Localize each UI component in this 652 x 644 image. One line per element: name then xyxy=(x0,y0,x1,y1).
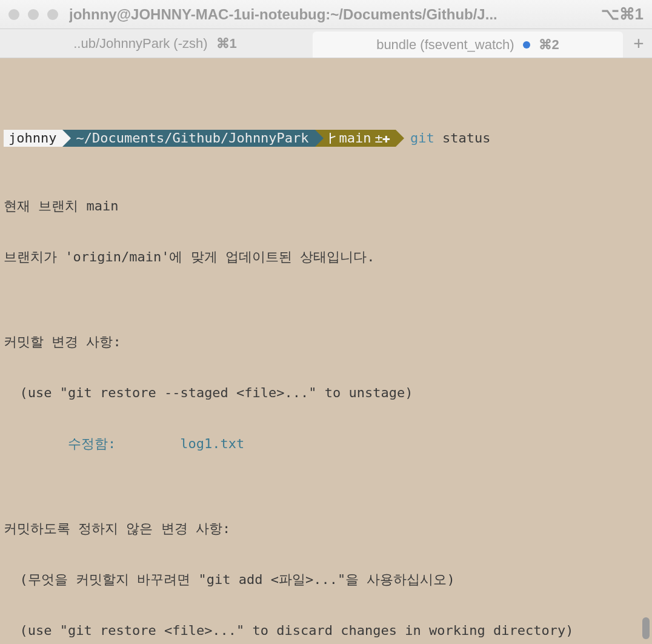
output-line: 브랜치가 'origin/main'에 맞게 업데이트된 상태입니다. xyxy=(4,249,648,266)
prompt-row: johnny ~/Documents/Github/JohnnyPark mai… xyxy=(4,130,648,147)
prompt-user: johnny xyxy=(4,130,62,147)
prompt-branch: main±✚ xyxy=(315,130,396,147)
cmd-git: git xyxy=(410,130,434,147)
tab-shortcut: ⌘1 xyxy=(216,36,237,52)
window-title: johnny@JOHNNY-MAC-1ui-noteubug:~/Documen… xyxy=(69,6,601,23)
branch-name: main xyxy=(339,130,371,147)
terminal-viewport[interactable]: johnny ~/Documents/Github/JohnnyPark mai… xyxy=(0,58,652,644)
cmd-args: status xyxy=(434,130,491,147)
staged-label: 수정함: xyxy=(4,436,132,451)
staged-file: log1.txt xyxy=(132,436,244,451)
dirty-indicator-icon xyxy=(523,41,530,49)
tab-shortcut: ⌘2 xyxy=(539,37,559,53)
output-line: 현재 브랜치 main xyxy=(4,198,648,215)
traffic-lights xyxy=(8,9,58,20)
output-line: 커밋하도록 정하지 않은 변경 사항: xyxy=(4,520,648,537)
output-line: (무엇을 커밋할지 바꾸려면 "git add <파일>..."을 사용하십시오… xyxy=(4,571,648,588)
tabbar: ..ub/JohnnyPark (-zsh) ⌘1 bundle (fseven… xyxy=(0,29,652,58)
tab-label: ..ub/JohnnyPark (-zsh) xyxy=(73,36,207,52)
minimize-icon[interactable] xyxy=(28,9,39,20)
scrollbar-thumb[interactable] xyxy=(642,617,650,639)
tab-label: bundle (fsevent_watch) xyxy=(376,37,514,53)
tab-zsh[interactable]: ..ub/JohnnyPark (-zsh) ⌘1 xyxy=(0,29,310,58)
window-shortcut: ⌥⌘1 xyxy=(601,5,644,24)
zoom-icon[interactable] xyxy=(47,9,58,20)
output-line: 수정함: log1.txt xyxy=(4,435,648,452)
new-tab-button[interactable]: + xyxy=(625,29,652,58)
close-icon[interactable] xyxy=(8,9,19,20)
git-dirty-icon: ±✚ xyxy=(375,130,390,147)
output-line: (use "git restore <file>..." to discard … xyxy=(4,622,648,639)
tab-bundle[interactable]: bundle (fsevent_watch) ⌘2 xyxy=(313,32,623,58)
titlebar: johnny@JOHNNY-MAC-1ui-noteubug:~/Documen… xyxy=(0,0,652,29)
prompt-path: ~/Documents/Github/JohnnyPark xyxy=(62,130,314,147)
output-line: 커밋할 변경 사항: xyxy=(4,334,648,351)
output-line: (use "git restore --staged <file>..." to… xyxy=(4,384,648,401)
branch-icon xyxy=(328,133,337,144)
